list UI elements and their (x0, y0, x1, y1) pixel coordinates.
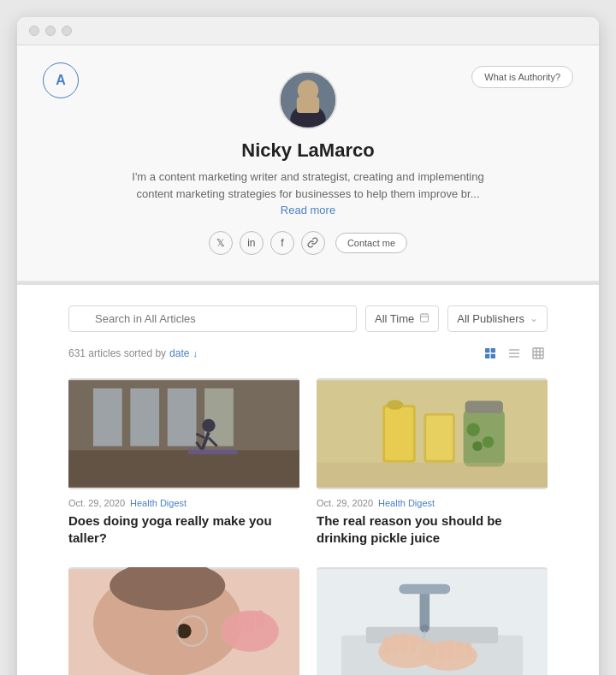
linkedin-icon[interactable]: in (240, 231, 264, 255)
chevron-down-icon: ⌄ (530, 312, 538, 324)
article-thumbnail (317, 378, 548, 489)
article-card[interactable]: Oct. 27, 2020 Health Digest (317, 567, 548, 675)
svg-rect-60 (399, 584, 450, 595)
svg-rect-26 (130, 388, 159, 446)
svg-rect-40 (464, 409, 505, 466)
svg-rect-24 (68, 450, 299, 487)
search-wrap (68, 305, 357, 332)
maximize-button[interactable] (62, 26, 72, 36)
svg-point-45 (387, 400, 403, 410)
svg-rect-17 (533, 348, 543, 358)
what-is-label: What is Authority? (484, 72, 560, 82)
article-source[interactable]: Health Digest (130, 498, 187, 508)
svg-rect-3 (297, 97, 319, 113)
article-card[interactable]: Oct. 29, 2020 Health Digest Does doing y… (68, 378, 299, 548)
svg-rect-67 (400, 633, 408, 653)
avatar (279, 71, 337, 129)
sort-row: 631 articles sorted by date ↓ (68, 344, 548, 363)
article-date: Oct. 29, 2020 (68, 498, 125, 508)
publisher-filter[interactable]: All Publishers ⌄ (447, 305, 548, 332)
minimize-button[interactable] (45, 26, 56, 36)
article-meta: Oct. 29, 2020 Health Digest (68, 498, 299, 508)
svg-rect-27 (168, 388, 197, 446)
what-is-authority-button[interactable]: What is Authority? (471, 66, 573, 88)
authority-logo[interactable]: A (43, 62, 79, 98)
svg-rect-52 (246, 612, 254, 632)
view-icons (481, 344, 548, 363)
svg-rect-12 (485, 353, 489, 358)
article-thumbnail (68, 567, 299, 675)
read-more-link[interactable]: Read more (281, 204, 335, 216)
browser-titlebar (17, 17, 599, 45)
svg-rect-13 (491, 353, 495, 358)
article-title: Does doing yoga really make you taller? (68, 512, 299, 548)
time-filter[interactable]: All Time (365, 305, 439, 332)
calendar-icon (419, 312, 429, 325)
article-card[interactable]: Oct. 29, 2020 Health Digest The real rea… (317, 378, 548, 548)
article-count: 631 articles sorted by (68, 347, 166, 359)
author-name: Nicky LaMarco (51, 139, 565, 162)
articles-grid: Oct. 29, 2020 Health Digest Does doing y… (68, 378, 548, 676)
svg-rect-10 (485, 348, 489, 352)
search-filters: All Time All Publishers ⌄ (68, 305, 548, 332)
search-input[interactable] (68, 305, 357, 332)
svg-rect-41 (465, 400, 503, 412)
svg-rect-69 (439, 642, 446, 660)
svg-rect-68 (410, 635, 417, 653)
svg-rect-70 (447, 640, 454, 660)
svg-rect-39 (426, 415, 453, 459)
svg-rect-72 (465, 642, 472, 659)
svg-point-29 (202, 418, 215, 431)
list-view-icon[interactable] (505, 344, 524, 363)
svg-rect-46 (317, 462, 548, 487)
svg-rect-71 (456, 641, 464, 660)
profile-area: A What is Authority? Nicky LaMarco (17, 45, 599, 281)
logo-letter: A (56, 73, 66, 88)
article-thumbnail (317, 567, 548, 675)
twitter-icon[interactable]: 𝕏 (209, 231, 233, 255)
sort-date-link[interactable]: date (169, 347, 189, 359)
article-source[interactable]: Health Digest (378, 498, 435, 508)
article-title: The real reason you should be drinking p… (317, 512, 548, 548)
close-button[interactable] (29, 26, 39, 36)
svg-rect-6 (421, 314, 429, 322)
article-card[interactable]: Oct. 27, 2020 Health Digest (68, 567, 299, 675)
avatar-svg (281, 73, 335, 127)
link-icon[interactable] (301, 231, 325, 255)
articles-area: All Time All Publishers ⌄ 631 arti (17, 285, 599, 676)
svg-point-42 (467, 423, 480, 435)
svg-rect-54 (237, 613, 245, 631)
svg-rect-37 (385, 407, 413, 460)
author-bio: I'm a content marketing writer and strat… (124, 169, 492, 219)
sort-left: 631 articles sorted by date ↓ (68, 347, 198, 359)
svg-rect-25 (93, 388, 122, 446)
svg-rect-28 (204, 388, 234, 446)
table-view-icon[interactable] (529, 344, 548, 363)
social-row: 𝕏 in f Contact me (51, 231, 565, 255)
browser-window: A What is Authority? Nicky LaMarco (17, 17, 599, 675)
svg-point-43 (483, 435, 495, 447)
svg-point-44 (472, 441, 483, 451)
contact-button[interactable]: Contact me (335, 233, 407, 253)
logo-area: A (43, 62, 79, 98)
publisher-filter-label: All Publishers (457, 312, 524, 325)
page-content: A What is Authority? Nicky LaMarco (17, 45, 599, 675)
article-date: Oct. 29, 2020 (317, 498, 373, 508)
bio-text: I'm a content marketing writer and strat… (132, 170, 483, 200)
article-meta: Oct. 29, 2020 Health Digest (317, 498, 548, 508)
svg-rect-66 (392, 634, 400, 654)
article-thumbnail (68, 378, 299, 489)
time-filter-label: All Time (375, 312, 414, 325)
sort-arrow[interactable]: ↓ (192, 348, 198, 358)
grid-view-icon[interactable] (481, 344, 500, 363)
svg-rect-11 (491, 348, 495, 352)
svg-rect-65 (382, 637, 390, 654)
facebook-icon[interactable]: f (270, 231, 294, 255)
svg-rect-34 (188, 449, 238, 454)
svg-rect-53 (256, 611, 264, 631)
